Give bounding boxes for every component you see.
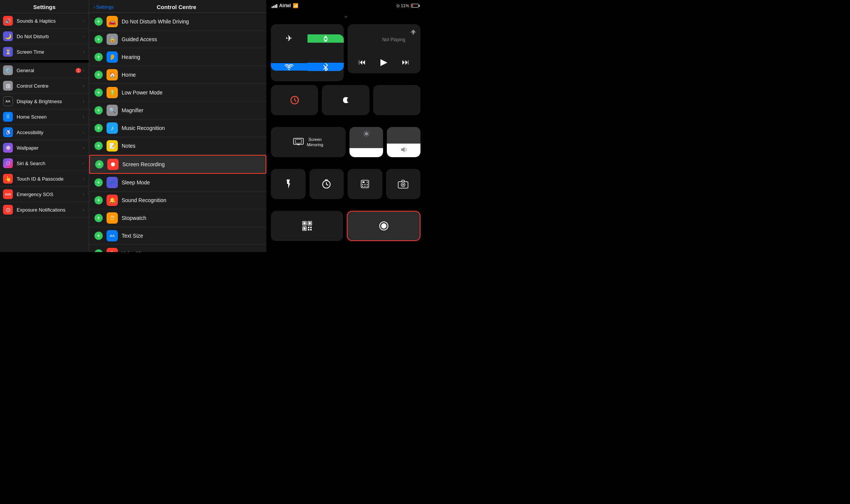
emergencysos-icon: SOS — [3, 189, 13, 199]
do-not-disturb-button[interactable] — [322, 85, 369, 115]
previous-track-button[interactable]: ⏮ — [359, 58, 366, 66]
add-icon[interactable]: + — [94, 178, 103, 187]
signal-bar-3 — [275, 5, 276, 8]
airplay-icon[interactable] — [410, 28, 417, 36]
not-playing-label: Not Playing — [351, 36, 417, 42]
add-icon[interactable]: + — [94, 88, 103, 97]
volume-slider[interactable] — [387, 127, 420, 157]
settings-label-accessibility: Accessibility — [17, 130, 83, 135]
battery-fill — [412, 5, 413, 7]
control-item-screenrecording[interactable]: + ⏺ Screen Recording — [89, 155, 266, 174]
calculator-button[interactable] — [348, 169, 382, 199]
brightness-slider[interactable] — [349, 127, 383, 157]
screen-mirroring-button[interactable]: ScreenMirroring — [271, 127, 346, 157]
control-item-sleepmode[interactable]: + 💤 Sleep Mode — [89, 174, 266, 192]
play-pause-button[interactable]: ▶ — [380, 57, 387, 67]
settings-item-exposure[interactable]: ⊙ Exposure Notifications › — [0, 202, 89, 218]
control-icon-notes: 📝 — [107, 140, 118, 152]
chevron-icon: › — [83, 192, 84, 196]
control-item-notes[interactable]: + 📝 Notes — [89, 137, 266, 155]
svg-point-10 — [366, 182, 368, 183]
general-icon: ⚙️ — [3, 65, 13, 75]
control-label-donotdisturb-driving: Do Not Disturb While Driving — [122, 19, 189, 25]
flashlight-button[interactable] — [271, 169, 306, 199]
back-label: Settings — [96, 4, 114, 10]
add-icon[interactable]: + — [94, 249, 103, 252]
control-icon-sleepmode: 💤 — [107, 177, 118, 188]
control-item-stopwatch[interactable]: + ⏱ Stopwatch — [89, 209, 266, 227]
add-icon[interactable]: + — [94, 71, 103, 79]
add-icon[interactable]: + — [94, 124, 103, 132]
add-icon[interactable]: + — [94, 35, 103, 43]
add-icon[interactable]: + — [94, 196, 103, 204]
camera-button[interactable] — [386, 169, 421, 199]
settings-title: Settings — [33, 4, 56, 10]
settings-item-touchid[interactable]: 👆 Touch ID & Passcode › — [0, 171, 89, 187]
control-centre-title: Control Centre — [114, 4, 239, 10]
settings-item-controlcentre[interactable]: ⊞ Control Centre › — [0, 78, 89, 94]
control-item-musicrecog[interactable]: + ♪ Music Recognition — [89, 119, 266, 137]
settings-item-homescreen[interactable]: ⠿ Home Screen › — [0, 109, 89, 125]
settings-label-sounds: Sounds & Haptics — [17, 18, 83, 24]
settings-label-general: General — [17, 68, 76, 73]
control-item-hearing[interactable]: + 👂 Hearing — [89, 48, 266, 66]
svg-rect-27 — [310, 227, 312, 228]
svg-point-14 — [362, 186, 363, 187]
settings-item-siri[interactable]: ⬡ Siri & Search › — [0, 156, 89, 171]
settings-item-emergencysos[interactable]: SOS Emergency SOS › — [0, 187, 89, 202]
screen-record-button[interactable] — [347, 211, 420, 241]
general-badge: 1 — [76, 68, 82, 73]
settings-item-display[interactable]: AA Display & Brightness › — [0, 94, 89, 109]
qr-code-button[interactable] — [271, 211, 343, 241]
screen-mirroring-label: ScreenMirroring — [307, 137, 323, 148]
settings-item-screentime[interactable]: ⏳ Screen Time › — [0, 44, 89, 60]
battery-percent: ⊙ 11% — [396, 3, 409, 8]
control-item-lowpower[interactable]: + 🔋 Low Power Mode — [89, 84, 266, 102]
chevron-icon: › — [83, 34, 84, 39]
timer-button[interactable] — [309, 169, 344, 199]
control-label-hearing: Hearing — [122, 54, 140, 60]
control-item-donotdisturb-driving[interactable]: + 🚗 Do Not Disturb While Driving — [89, 13, 266, 31]
bluetooth-toggle-button[interactable] — [308, 63, 344, 71]
settings-item-wallpaper[interactable]: ❋ Wallpaper › — [0, 140, 89, 156]
add-icon[interactable]: + — [94, 106, 103, 114]
svg-point-6 — [365, 132, 368, 135]
add-icon[interactable]: + — [94, 17, 103, 26]
cc-row2 — [271, 85, 420, 115]
settings-item-general[interactable]: ⚙️ General 1 › — [0, 63, 89, 78]
airplane-mode-button[interactable]: ✈ — [271, 34, 308, 43]
control-label-voicememos: Voice Memos — [122, 250, 153, 252]
cc-chevron-icon: ⌄ — [266, 10, 425, 21]
control-item-voicememos[interactable]: + 🎙 Voice Memos — [89, 245, 266, 252]
add-icon[interactable]: + — [94, 214, 103, 222]
chevron-icon: › — [83, 68, 84, 73]
rotation-lock-button[interactable] — [271, 85, 318, 115]
control-item-textsize[interactable]: + AA Text Size — [89, 227, 266, 245]
control-icon-stopwatch: ⏱ — [107, 212, 118, 224]
next-track-button[interactable]: ⏭ — [402, 58, 410, 66]
wifi-toggle-button[interactable] — [271, 63, 308, 71]
add-icon[interactable]: + — [94, 232, 103, 240]
cellular-button[interactable] — [308, 34, 344, 43]
svg-point-11 — [362, 184, 363, 185]
settings-item-accessibility[interactable]: ♿ Accessibility › — [0, 125, 89, 140]
control-centre-panel: ‹ Settings Control Centre + 🚗 Do Not Dis… — [89, 0, 266, 252]
settings-item-donotdisturb[interactable]: 🌙 Do Not Disturb › — [0, 29, 89, 44]
control-icon-soundrecog: 🔔 — [107, 195, 118, 206]
add-icon[interactable]: + — [94, 53, 103, 61]
control-item-guidedaccess[interactable]: + 🔒 Guided Access — [89, 31, 266, 48]
svg-rect-5 — [295, 139, 301, 143]
svg-point-31 — [381, 223, 386, 229]
cc-connectivity-card: ✈ — [271, 24, 344, 81]
control-item-magnifier[interactable]: + 🔍 Magnifier — [89, 102, 266, 119]
add-icon[interactable]: + — [94, 142, 103, 150]
control-label-sleepmode: Sleep Mode — [122, 179, 150, 186]
control-item-soundrecog[interactable]: + 🔔 Sound Recognition — [89, 192, 266, 209]
back-button[interactable]: ‹ Settings — [94, 4, 114, 10]
settings-item-sounds[interactable]: 🔊 Sounds & Haptics › — [0, 13, 89, 29]
chevron-icon: › — [83, 130, 84, 135]
svg-point-16 — [366, 186, 368, 187]
donotdisturb-icon: 🌙 — [3, 31, 13, 41]
add-icon[interactable]: + — [95, 160, 104, 169]
control-item-home[interactable]: + 🏠 Home — [89, 66, 266, 84]
